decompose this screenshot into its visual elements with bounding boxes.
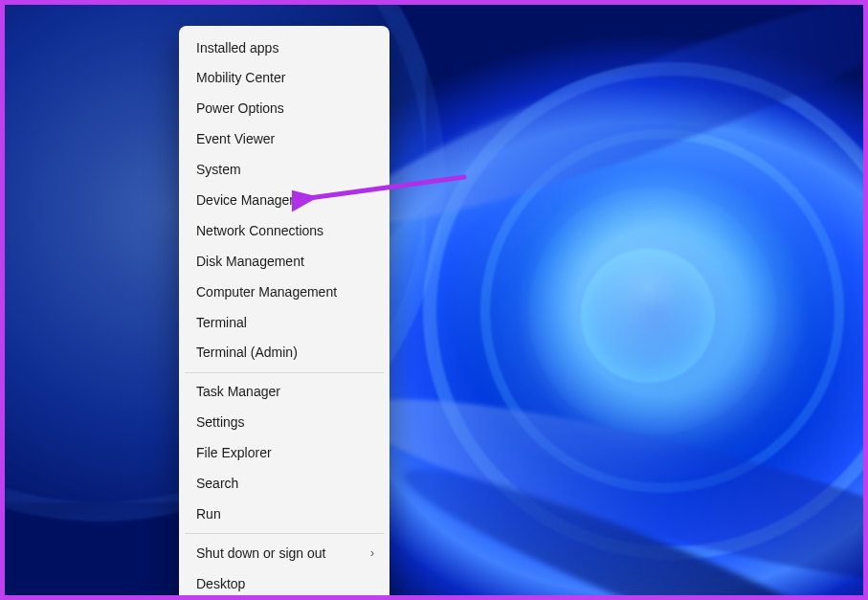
menu-item-label: Power Options <box>196 100 284 116</box>
menu-item-disk-management[interactable]: Disk Management <box>181 246 388 277</box>
menu-item-label: System <box>196 162 241 177</box>
menu-item-label: Installed apps <box>196 40 278 56</box>
menu-item-label: Disk Management <box>196 254 304 269</box>
menu-item-terminal-admin[interactable]: Terminal (Admin) <box>181 338 388 368</box>
menu-item-label: Search <box>196 476 238 491</box>
menu-item-settings[interactable]: Settings <box>181 408 388 438</box>
menu-item-search[interactable]: Search <box>181 468 388 499</box>
menu-item-run[interactable]: Run <box>181 499 388 529</box>
menu-item-system[interactable]: System <box>181 155 388 186</box>
menu-item-label: Task Manager <box>196 384 280 399</box>
menu-item-label: Terminal <box>196 315 247 330</box>
menu-item-label: Mobility Center <box>196 70 285 85</box>
menu-item-device-manager[interactable]: Device Manager <box>181 185 388 215</box>
menu-item-terminal[interactable]: Terminal <box>181 307 388 338</box>
menu-item-desktop[interactable]: Desktop <box>181 568 388 599</box>
menu-item-shut-down-or-sign-out[interactable]: Shut down or sign out› <box>181 538 388 568</box>
chevron-right-icon: › <box>370 545 374 561</box>
menu-item-label: Device Manager <box>196 192 294 208</box>
menu-separator <box>185 533 384 534</box>
menu-item-label: Terminal (Admin) <box>196 344 298 360</box>
menu-item-label: Settings <box>196 414 245 430</box>
menu-separator <box>185 372 384 373</box>
menu-item-label: Network Connections <box>196 223 323 238</box>
menu-item-installed-apps[interactable]: Installed apps <box>181 33 388 63</box>
menu-item-label: Computer Management <box>196 284 337 300</box>
menu-item-event-viewer[interactable]: Event Viewer <box>181 124 388 155</box>
menu-item-label: Desktop <box>196 576 245 591</box>
menu-item-task-manager[interactable]: Task Manager <box>181 377 388 408</box>
menu-item-computer-management[interactable]: Computer Management <box>181 277 388 307</box>
menu-item-label: Run <box>196 506 221 522</box>
winx-power-user-menu[interactable]: Installed appsMobility CenterPower Optio… <box>179 26 389 600</box>
menu-item-power-options[interactable]: Power Options <box>181 94 388 124</box>
menu-item-network-connections[interactable]: Network Connections <box>181 215 388 246</box>
menu-item-mobility-center[interactable]: Mobility Center <box>181 63 388 94</box>
menu-item-label: File Explorer <box>196 445 272 460</box>
menu-item-label: Event Viewer <box>196 131 275 146</box>
menu-item-label: Shut down or sign out <box>196 545 325 561</box>
desktop-wallpaper <box>5 5 863 595</box>
menu-item-file-explorer[interactable]: File Explorer <box>181 438 388 469</box>
